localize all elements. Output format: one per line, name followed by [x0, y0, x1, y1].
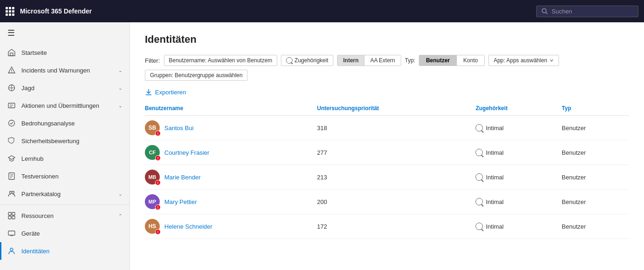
sidebar-item-sicherheit[interactable]: Sicherheitsbewertung: [0, 132, 130, 150]
sidebar-item-aktionen[interactable]: Aktionen und Übermittlungen ⌄: [0, 97, 130, 114]
avatar-warning-icon: !: [155, 155, 161, 161]
sidebar-item-jagd[interactable]: Jagd ⌄: [0, 79, 130, 97]
search-input[interactable]: [552, 8, 631, 15]
svg-rect-8: [8, 103, 15, 108]
zugehorigkeit-value: Intimal: [486, 174, 503, 181]
sidebar-item-geraete[interactable]: Geräte: [0, 224, 130, 242]
filter-gruppen-label: Gruppen: Benutzergruppe auswählen: [150, 72, 242, 79]
svg-rect-2: [10, 53, 13, 56]
sidebar-item-ressourcen[interactable]: Ressourcen ⌃: [0, 207, 130, 224]
filter-bar: Filter: Benutzername: Auswählen von Benu…: [145, 55, 629, 81]
filter-benutzername-label: Benutzername: Auswählen von Benutzem: [169, 57, 273, 64]
sidebar-item-label: Identitäten: [21, 248, 122, 255]
sidebar-item-label: Lernhub: [21, 155, 122, 162]
table-row[interactable]: MB ! Marie Bender 213 Intimal Benutzer: [145, 165, 629, 190]
cell-typ: Benutzer: [562, 214, 629, 239]
filter-aa-extern-button[interactable]: AA Extern: [364, 55, 400, 66]
chevron-down-icon: ⌄: [118, 68, 122, 73]
app-grid-icon[interactable]: [6, 7, 14, 16]
table-row[interactable]: MP ! Mary Pettier 200 Intimal Benutzer: [145, 190, 629, 214]
user-name[interactable]: Courtney Frasier: [164, 149, 209, 156]
col-benutzername: Benutzername: [145, 101, 317, 116]
resources-icon: [7, 211, 16, 220]
user-name[interactable]: Helene Schneider: [164, 223, 212, 230]
avatar-warning-icon: !: [155, 204, 161, 210]
filter-intern-button[interactable]: Intern: [338, 55, 364, 66]
zugehorigkeit-cell: Intimal: [475, 198, 558, 205]
sidebar-item-testversionen[interactable]: Testversionen: [0, 167, 130, 185]
filter-benutzername[interactable]: Benutzername: Auswählen von Benutzem: [164, 55, 278, 66]
cell-priority: 277: [317, 140, 476, 165]
home-icon: [7, 48, 16, 57]
sidebar-item-bedrohung[interactable]: Bedrohungsanalyse: [0, 114, 130, 132]
cell-zugehorigkeit: Intimal: [475, 116, 561, 140]
svg-point-16: [10, 191, 12, 194]
learn-icon: [7, 154, 16, 163]
table-row[interactable]: CF ! Courtney Frasier 277 Intimal Benutz…: [145, 140, 629, 165]
identity-icon: [7, 247, 16, 255]
sidebar: ☰ Startseite Incidents und Warnungen ⌄ J…: [0, 22, 130, 270]
filter-zugehorigkeit[interactable]: Zugehörigkeit: [281, 55, 333, 66]
sidebar-item-label: Jagd: [21, 85, 113, 92]
filter-typ-label: Typ:: [405, 57, 416, 64]
cell-typ: Benutzer: [562, 165, 629, 190]
avatar-warning-icon: !: [155, 180, 161, 185]
security-icon: [7, 137, 16, 145]
sidebar-item-label: Testversionen: [21, 173, 122, 180]
sidebar-item-lernhub[interactable]: Lernhub: [0, 150, 130, 167]
sidebar-item-startseite[interactable]: Startseite: [0, 44, 130, 61]
chevron-up-icon: ⌃: [118, 213, 122, 218]
sidebar-item-label: Partnerkatalog: [21, 191, 113, 198]
col-zugehorigkeit: Zugehörkeit: [475, 101, 561, 116]
filter-zugehorigkeit-toggles: Intern AA Extern: [337, 55, 401, 66]
filter-gruppen-dropdown[interactable]: Gruppen: Benutzergruppe auswählen: [145, 70, 247, 81]
zugehorigkeit-value: Intimal: [486, 223, 503, 230]
chevron-down-icon: [549, 58, 554, 63]
svg-rect-18: [8, 212, 11, 215]
devices-icon: [7, 229, 16, 237]
filter-typ-toggles: Benutzer Konto: [419, 55, 485, 66]
identities-table: Benutzername Untersuchungspriorität Zuge…: [145, 101, 629, 239]
topbar-search[interactable]: [536, 6, 638, 17]
svg-rect-20: [8, 216, 11, 219]
cell-typ: Benutzer: [562, 140, 629, 165]
filter-label: Filter:: [145, 57, 160, 64]
sidebar-item-label: Aktionen und Übermittlungen: [21, 102, 113, 109]
svg-rect-22: [8, 231, 15, 235]
table-row[interactable]: HS ! Helene Schneider 172 Intimal Benutz…: [145, 214, 629, 239]
cell-typ: Benutzer: [562, 116, 629, 140]
sidebar-item-label: Ressourcen: [21, 212, 113, 219]
zugehorigkeit-icon: [475, 149, 483, 156]
test-icon: [7, 172, 16, 180]
hamburger-button[interactable]: ☰: [0, 22, 130, 44]
chevron-down-icon: ⌄: [118, 103, 122, 108]
sidebar-item-label: Bedrohungsanalyse: [21, 120, 122, 127]
export-icon: [145, 88, 152, 96]
svg-point-17: [12, 191, 14, 194]
user-name[interactable]: Mary Pettier: [164, 198, 197, 205]
chevron-down-icon: ⌄: [118, 86, 122, 91]
col-typ: Typ: [562, 101, 629, 116]
partner-icon: [7, 190, 16, 198]
app-title: Microsoft 365 Defender: [20, 7, 531, 15]
filter-app-dropdown[interactable]: App: Apps auswählen: [488, 55, 559, 66]
alert-icon: [7, 66, 16, 74]
hunt-icon: [7, 84, 16, 92]
filter-benutzer-button[interactable]: Benutzer: [419, 55, 456, 66]
page-title: Identitäten: [145, 33, 629, 46]
sidebar-item-incidents[interactable]: Incidents und Warnungen ⌄: [0, 61, 130, 79]
avatar-warning-icon: !: [155, 229, 161, 235]
export-bar[interactable]: Exportieren: [145, 88, 629, 96]
table-row[interactable]: SB ! Santos Bui 318 Intimal Benutzer: [145, 116, 629, 140]
cell-benutzername: HS ! Helene Schneider: [145, 214, 317, 239]
user-name[interactable]: Santos Bui: [164, 125, 194, 132]
user-cell: MB ! Marie Bender: [145, 170, 313, 184]
filter-konto-button[interactable]: Konto: [457, 55, 484, 66]
zugehorigkeit-icon: [475, 173, 483, 181]
svg-point-24: [10, 248, 13, 251]
sidebar-item-label: Geräte: [21, 230, 122, 237]
cell-priority: 200: [317, 190, 476, 214]
user-name[interactable]: Marie Bender: [164, 174, 201, 181]
sidebar-item-partner[interactable]: Partnerkatalog ⌄: [0, 185, 130, 203]
sidebar-item-identitaeten[interactable]: Identitäten: [0, 242, 130, 260]
